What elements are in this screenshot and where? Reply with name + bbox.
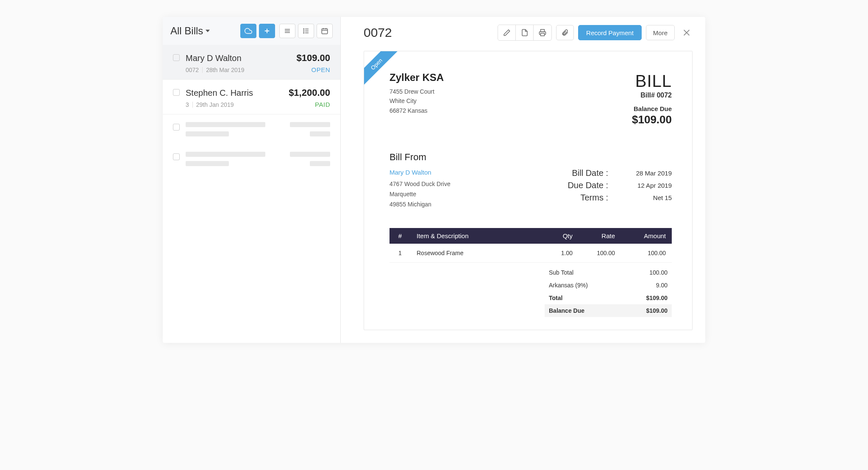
app-window: All Bills: [163, 17, 705, 343]
bill-meta: 0072 28th Mar 2019: [186, 66, 244, 73]
line-items-table: # Item & Description Qty Rate Amount 1 R…: [389, 228, 672, 263]
bill-list: Mary D Walton $109.00 0072 28th Mar 2019…: [163, 45, 340, 343]
attachment-button[interactable]: [556, 25, 574, 40]
svg-rect-11: [322, 29, 328, 34]
row-checkbox: [173, 124, 180, 131]
print-button[interactable]: [534, 25, 551, 40]
cell-amount: 100.00: [621, 244, 672, 263]
paperclip-icon: [561, 29, 569, 36]
bill-list-item[interactable]: Mary D Walton $109.00 0072 28th Mar 2019…: [163, 45, 340, 80]
pencil-icon: [503, 29, 511, 36]
plus-icon: [263, 27, 271, 35]
pdf-button[interactable]: [516, 25, 534, 40]
col-rate: Rate: [579, 228, 621, 244]
balance-label: Balance Due: [549, 307, 584, 314]
bill-date-value: 28 Mar 2019: [625, 167, 672, 179]
bill-date-label: Bill Date :: [568, 167, 625, 179]
svg-point-10: [303, 33, 304, 33]
cell-num: 1: [389, 244, 411, 263]
view-list-button[interactable]: [298, 24, 314, 38]
cell-qty: 1.00: [545, 244, 579, 263]
svg-point-9: [303, 31, 304, 31]
balance-value: $109.00: [646, 307, 668, 314]
line-item-row: 1 Rosewood Frame 1.00 100.00 100.00: [389, 244, 672, 263]
edit-button[interactable]: [498, 25, 516, 40]
primary-action-group: [240, 24, 275, 38]
dates-block: Bill Date : 28 Mar 2019 Due Date : 12 Ap…: [568, 152, 672, 209]
bill-item-body: Mary D Walton $109.00 0072 28th Mar 2019…: [186, 53, 330, 73]
view-menu-button[interactable]: [279, 24, 295, 38]
detail-title: 0072: [364, 25, 392, 40]
totals-block: Sub Total 100.00 Arkansas (9%) 9.00 Tota…: [545, 266, 672, 317]
bill-from-heading: Bill From: [389, 152, 451, 163]
bill-summary-block: BILL Bill# 0072 Balance Due $109.00: [632, 72, 672, 126]
detail-pane: 0072 Record Payment More: [341, 17, 705, 343]
cell-rate: 100.00: [579, 244, 621, 263]
svg-point-8: [303, 29, 304, 30]
meta-divider: [202, 67, 203, 73]
company-addr-line: 66872 Kansas: [389, 106, 444, 115]
company-addr-line: White City: [389, 96, 444, 106]
svg-rect-16: [541, 30, 545, 32]
bill-date: 29th Jan 2019: [196, 101, 234, 108]
action-button-group: [498, 25, 552, 41]
vendor-addr-line: 4767 Wood Duck Drive: [389, 179, 451, 189]
calendar-icon: [321, 27, 328, 35]
col-amount: Amount: [621, 228, 672, 244]
vendor-name-link[interactable]: Mary D Walton: [389, 169, 451, 176]
vendor-addr-line: Marquette: [389, 189, 451, 200]
menu-lines-icon: [284, 27, 291, 35]
subtotal-value: 100.00: [649, 269, 668, 276]
bill-status: OPEN: [311, 66, 330, 73]
filter-dropdown[interactable]: All Bills: [170, 25, 210, 37]
bill-customer-name: Stephen C. Harris: [186, 88, 253, 98]
row-checkbox[interactable]: [173, 54, 180, 61]
document-type-label: BILL: [632, 72, 672, 91]
bill-status: PAID: [315, 101, 330, 108]
cloud-sync-button[interactable]: [240, 24, 256, 38]
balance-due-label: Balance Due: [632, 105, 672, 112]
row-checkbox[interactable]: [173, 89, 180, 96]
skeleton-row: [163, 114, 340, 144]
file-icon: [521, 29, 529, 36]
col-desc: Item & Description: [411, 228, 545, 244]
record-payment-button[interactable]: Record Payment: [578, 25, 642, 40]
svg-rect-15: [541, 33, 545, 36]
bill-document: Open Zylker KSA 7455 Drew Court White Ci…: [364, 51, 693, 330]
bill-from-block: Bill From Mary D Walton 4767 Wood Duck D…: [389, 152, 451, 209]
bill-number-label: Bill# 0072: [632, 92, 672, 99]
company-block: Zylker KSA 7455 Drew Court White City 66…: [389, 72, 444, 126]
row-checkbox: [173, 153, 180, 160]
view-calendar-button[interactable]: [317, 24, 333, 38]
skeleton-row: [163, 144, 340, 174]
balance-due-amount: $109.00: [632, 113, 672, 126]
total-value: $109.00: [646, 295, 668, 301]
bill-number: 3: [186, 101, 189, 108]
new-bill-button[interactable]: [259, 24, 275, 38]
bill-list-item[interactable]: Stephen C. Harris $1,200.00 3 29th Jan 2…: [163, 80, 340, 114]
more-button[interactable]: More: [646, 25, 675, 40]
cell-desc: Rosewood Frame: [411, 244, 545, 263]
bill-date: 28th Mar 2019: [206, 67, 244, 73]
total-label: Total: [549, 295, 562, 301]
due-date-value: 12 Apr 2019: [625, 179, 672, 192]
subtotal-label: Sub Total: [549, 269, 573, 276]
company-name: Zylker KSA: [389, 72, 444, 83]
due-date-label: Due Date :: [568, 179, 625, 192]
bill-number: 0072: [186, 67, 199, 73]
close-icon: [682, 28, 691, 37]
filter-label: All Bills: [170, 25, 203, 37]
col-qty: Qty: [545, 228, 579, 244]
bill-meta: 3 29th Jan 2019: [186, 101, 234, 108]
tax-label: Arkansas (9%): [549, 282, 588, 289]
col-num: #: [389, 228, 411, 244]
caret-down-icon: [206, 30, 210, 32]
bill-item-body: Stephen C. Harris $1,200.00 3 29th Jan 2…: [186, 87, 330, 108]
bill-amount: $109.00: [296, 53, 330, 64]
tax-value: 9.00: [656, 282, 668, 289]
close-button[interactable]: [681, 27, 693, 39]
cloud-icon: [245, 27, 252, 35]
terms-label: Terms :: [568, 192, 625, 204]
printer-icon: [539, 29, 546, 36]
meta-divider: [192, 102, 193, 108]
